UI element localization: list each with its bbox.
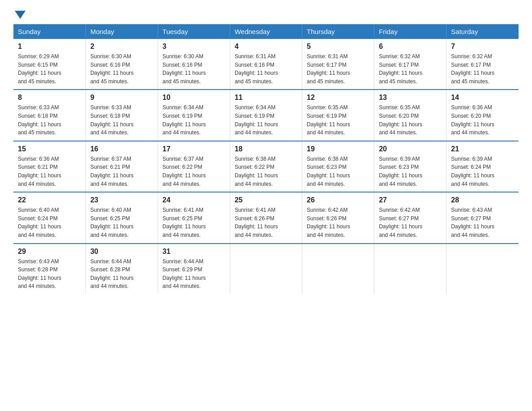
day-info: Sunrise: 6:39 AMSunset: 6:24 PMDaylight:… [451, 156, 494, 187]
day-info: Sunrise: 6:29 AMSunset: 6:15 PMDaylight:… [18, 53, 61, 85]
day-info: Sunrise: 6:40 AMSunset: 6:25 PMDaylight:… [90, 207, 134, 238]
day-number: 13 [379, 94, 442, 102]
calendar-week-row: 22Sunrise: 6:40 AMSunset: 6:24 PMDayligh… [13, 192, 519, 243]
calendar-cell: 28Sunrise: 6:43 AMSunset: 6:27 PMDayligh… [446, 192, 519, 243]
day-info: Sunrise: 6:33 AMSunset: 6:18 PMDaylight:… [90, 104, 134, 136]
calendar-week-row: 29Sunrise: 6:43 AMSunset: 6:28 PMDayligh… [13, 244, 519, 294]
day-number: 18 [235, 145, 297, 153]
day-number: 26 [307, 196, 369, 204]
calendar-week-row: 15Sunrise: 6:36 AMSunset: 6:21 PMDayligh… [13, 141, 519, 192]
calendar-cell: 4Sunrise: 6:31 AMSunset: 6:16 PMDaylight… [230, 39, 302, 90]
day-number: 19 [307, 145, 369, 153]
header-wednesday: Wednesday [230, 24, 302, 39]
day-info: Sunrise: 6:40 AMSunset: 6:24 PMDaylight:… [18, 207, 61, 238]
day-number: 1 [18, 43, 81, 51]
day-info: Sunrise: 6:32 AMSunset: 6:17 PMDaylight:… [451, 53, 494, 85]
calendar-cell: 19Sunrise: 6:38 AMSunset: 6:23 PMDayligh… [302, 141, 374, 192]
day-number: 9 [90, 94, 153, 102]
calendar-cell: 17Sunrise: 6:37 AMSunset: 6:22 PMDayligh… [158, 141, 230, 192]
calendar-table: SundayMondayTuesdayWednesdayThursdayFrid… [13, 24, 519, 294]
day-number: 8 [18, 94, 81, 102]
day-number: 17 [163, 145, 225, 153]
day-number: 3 [163, 43, 225, 51]
calendar-cell: 18Sunrise: 6:38 AMSunset: 6:22 PMDayligh… [230, 141, 302, 192]
calendar-cell: 15Sunrise: 6:36 AMSunset: 6:21 PMDayligh… [13, 141, 86, 192]
day-info: Sunrise: 6:34 AMSunset: 6:19 PMDaylight:… [163, 104, 206, 136]
day-info: Sunrise: 6:35 AMSunset: 6:19 PMDaylight:… [307, 104, 350, 136]
day-info: Sunrise: 6:30 AMSunset: 6:16 PMDaylight:… [90, 53, 134, 85]
day-info: Sunrise: 6:44 AMSunset: 6:29 PMDaylight:… [163, 258, 206, 290]
calendar-cell: 6Sunrise: 6:32 AMSunset: 6:17 PMDaylight… [374, 39, 446, 90]
day-info: Sunrise: 6:38 AMSunset: 6:23 PMDaylight:… [307, 156, 350, 187]
day-info: Sunrise: 6:31 AMSunset: 6:17 PMDaylight:… [307, 53, 350, 85]
day-number: 15 [18, 145, 81, 153]
calendar-cell: 9Sunrise: 6:33 AMSunset: 6:18 PMDaylight… [86, 90, 158, 141]
calendar-cell [446, 244, 519, 294]
day-info: Sunrise: 6:41 AMSunset: 6:25 PMDaylight:… [163, 207, 206, 238]
day-number: 30 [90, 248, 153, 256]
day-info: Sunrise: 6:42 AMSunset: 6:27 PMDaylight:… [379, 207, 422, 238]
day-info: Sunrise: 6:44 AMSunset: 6:28 PMDaylight:… [90, 258, 134, 290]
calendar-cell: 30Sunrise: 6:44 AMSunset: 6:28 PMDayligh… [86, 244, 158, 294]
day-number: 16 [90, 145, 153, 153]
day-number: 22 [18, 196, 81, 204]
day-info: Sunrise: 6:42 AMSunset: 6:26 PMDaylight:… [307, 207, 350, 238]
day-info: Sunrise: 6:31 AMSunset: 6:16 PMDaylight:… [235, 53, 278, 85]
day-info: Sunrise: 6:30 AMSunset: 6:16 PMDaylight:… [163, 53, 206, 85]
calendar-cell: 5Sunrise: 6:31 AMSunset: 6:17 PMDaylight… [302, 39, 374, 90]
calendar-cell: 20Sunrise: 6:39 AMSunset: 6:23 PMDayligh… [374, 141, 446, 192]
day-info: Sunrise: 6:43 AMSunset: 6:27 PMDaylight:… [451, 207, 494, 238]
day-number: 11 [235, 94, 297, 102]
day-number: 7 [451, 43, 514, 51]
day-number: 2 [90, 43, 153, 51]
calendar-cell: 7Sunrise: 6:32 AMSunset: 6:17 PMDaylight… [446, 39, 519, 90]
calendar-cell [230, 244, 302, 294]
calendar-cell [374, 244, 446, 294]
day-number: 21 [451, 145, 514, 153]
day-info: Sunrise: 6:36 AMSunset: 6:21 PMDaylight:… [18, 156, 61, 187]
day-number: 27 [379, 196, 442, 204]
day-info: Sunrise: 6:37 AMSunset: 6:21 PMDaylight:… [90, 156, 134, 187]
calendar-cell: 14Sunrise: 6:36 AMSunset: 6:20 PMDayligh… [446, 90, 519, 141]
day-number: 29 [18, 248, 81, 256]
logo-triangle-icon [15, 11, 26, 19]
calendar-cell: 29Sunrise: 6:43 AMSunset: 6:28 PMDayligh… [13, 244, 86, 294]
calendar-cell: 27Sunrise: 6:42 AMSunset: 6:27 PMDayligh… [374, 192, 446, 243]
day-number: 31 [163, 248, 225, 256]
calendar-cell [302, 244, 374, 294]
day-info: Sunrise: 6:36 AMSunset: 6:20 PMDaylight:… [451, 104, 494, 136]
calendar-cell: 24Sunrise: 6:41 AMSunset: 6:25 PMDayligh… [158, 192, 230, 243]
day-number: 5 [307, 43, 369, 51]
calendar-cell: 13Sunrise: 6:35 AMSunset: 6:20 PMDayligh… [374, 90, 446, 141]
day-info: Sunrise: 6:34 AMSunset: 6:19 PMDaylight:… [235, 104, 278, 136]
header-sunday: Sunday [13, 24, 86, 39]
calendar-cell: 21Sunrise: 6:39 AMSunset: 6:24 PMDayligh… [446, 141, 519, 192]
calendar-week-row: 8Sunrise: 6:33 AMSunset: 6:18 PMDaylight… [13, 90, 519, 141]
calendar-cell: 22Sunrise: 6:40 AMSunset: 6:24 PMDayligh… [13, 192, 86, 243]
calendar-cell: 25Sunrise: 6:41 AMSunset: 6:26 PMDayligh… [230, 192, 302, 243]
day-number: 20 [379, 145, 442, 153]
day-info: Sunrise: 6:33 AMSunset: 6:18 PMDaylight:… [18, 104, 61, 136]
day-number: 23 [90, 196, 153, 204]
calendar-cell: 23Sunrise: 6:40 AMSunset: 6:25 PMDayligh… [86, 192, 158, 243]
calendar-cell: 10Sunrise: 6:34 AMSunset: 6:19 PMDayligh… [158, 90, 230, 141]
day-info: Sunrise: 6:35 AMSunset: 6:20 PMDaylight:… [379, 104, 422, 136]
calendar-cell: 11Sunrise: 6:34 AMSunset: 6:19 PMDayligh… [230, 90, 302, 141]
day-number: 10 [163, 94, 225, 102]
day-info: Sunrise: 6:41 AMSunset: 6:26 PMDaylight:… [235, 207, 278, 238]
header-saturday: Saturday [446, 24, 519, 39]
logo-text [13, 9, 27, 17]
calendar-cell: 8Sunrise: 6:33 AMSunset: 6:18 PMDaylight… [13, 90, 86, 141]
calendar-cell: 1Sunrise: 6:29 AMSunset: 6:15 PMDaylight… [13, 39, 86, 90]
day-number: 14 [451, 94, 514, 102]
day-info: Sunrise: 6:32 AMSunset: 6:17 PMDaylight:… [379, 53, 422, 85]
day-number: 25 [235, 196, 297, 204]
header-tuesday: Tuesday [158, 24, 230, 39]
day-number: 4 [235, 43, 297, 51]
logo [13, 9, 27, 15]
day-info: Sunrise: 6:43 AMSunset: 6:28 PMDaylight:… [18, 258, 61, 290]
header-thursday: Thursday [302, 24, 374, 39]
day-number: 28 [451, 196, 514, 204]
day-number: 12 [307, 94, 369, 102]
day-info: Sunrise: 6:38 AMSunset: 6:22 PMDaylight:… [235, 156, 278, 187]
